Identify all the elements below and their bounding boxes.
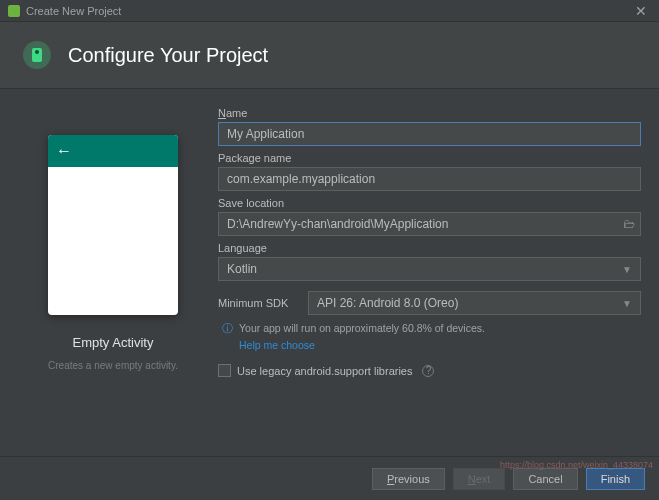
package-label: Package name: [218, 152, 641, 164]
finish-button[interactable]: Finish: [586, 468, 645, 490]
app-icon: [8, 5, 20, 17]
location-label: Save location: [218, 197, 641, 209]
help-icon[interactable]: ?: [422, 365, 434, 377]
chevron-down-icon: ▼: [622, 298, 632, 309]
legacy-row: Use legacy android.support libraries ?: [218, 364, 641, 377]
watermark: https://blog.csdn.net/weixin_44338074: [500, 460, 653, 470]
svg-point-2: [35, 50, 39, 54]
cancel-button[interactable]: Cancel: [513, 468, 577, 490]
close-icon[interactable]: ✕: [631, 3, 651, 19]
preview-column: ← Empty Activity Creates a new empty act…: [18, 105, 208, 451]
chevron-down-icon: ▼: [622, 264, 632, 275]
preview-description: Creates a new empty activity.: [42, 360, 184, 371]
sdk-value: API 26: Android 8.0 (Oreo): [317, 296, 458, 310]
activity-preview: ←: [48, 135, 178, 315]
location-input[interactable]: [218, 212, 641, 236]
sdk-info-text: Your app will run on approximately 60.8%…: [239, 322, 485, 334]
legacy-checkbox[interactable]: [218, 364, 231, 377]
header: Configure Your Project: [0, 22, 659, 89]
page-title: Configure Your Project: [68, 44, 268, 67]
help-choose-link[interactable]: Help me choose: [239, 338, 485, 353]
window-title: Create New Project: [26, 5, 631, 17]
form-column: Name Package name Save location 🗁 Langua…: [218, 105, 641, 451]
preview-title: Empty Activity: [73, 335, 154, 350]
name-label: Name: [218, 107, 641, 119]
language-value: Kotlin: [227, 262, 257, 276]
name-input[interactable]: [218, 122, 641, 146]
legacy-label: Use legacy android.support libraries: [237, 365, 412, 377]
package-input[interactable]: [218, 167, 641, 191]
android-studio-icon: [20, 38, 54, 72]
sdk-select[interactable]: API 26: Android 8.0 (Oreo) ▼: [308, 291, 641, 315]
info-icon: ⓘ: [222, 321, 233, 336]
browse-folder-icon[interactable]: 🗁: [623, 217, 635, 231]
sdk-info: ⓘ Your app will run on approximately 60.…: [218, 321, 641, 352]
next-button: Next: [453, 468, 506, 490]
previous-button[interactable]: Previous: [372, 468, 445, 490]
sdk-label: Minimum SDK: [218, 297, 298, 309]
preview-appbar: ←: [48, 135, 178, 167]
back-arrow-icon: ←: [56, 142, 72, 160]
content-area: ← Empty Activity Creates a new empty act…: [0, 89, 659, 451]
titlebar: Create New Project ✕: [0, 0, 659, 22]
language-label: Language: [218, 242, 641, 254]
language-select[interactable]: Kotlin ▼: [218, 257, 641, 281]
